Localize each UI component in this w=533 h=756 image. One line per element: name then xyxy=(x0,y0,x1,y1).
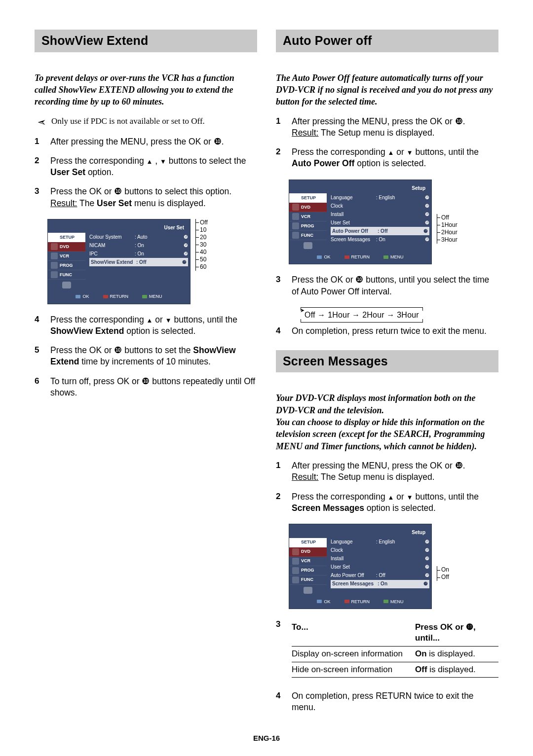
menu-item: Screen Messages: On❿ xyxy=(331,235,429,244)
right-icon: ❿ xyxy=(425,203,429,210)
return-key-icon xyxy=(344,255,349,259)
steps-right-a2: 3 Press the OK or ❿ buttons, until you s… xyxy=(276,274,498,297)
intro-screenmsg: Your DVD-VCR displays most information b… xyxy=(276,392,498,452)
right-icon: ❿ xyxy=(425,219,429,226)
right-icon: ❿ xyxy=(425,236,429,243)
step-body: After pressing the MENU, press the OK or… xyxy=(50,136,257,147)
tab-vcr: VCR xyxy=(289,212,327,221)
intro-autopower: The Auto Power Off feature automatically… xyxy=(276,72,498,108)
tab-func: FUNC xyxy=(48,270,85,280)
clock-icon xyxy=(51,262,58,269)
steps-right-b2: 3 To...Press OK or ❿, until... Display o… xyxy=(276,619,498,714)
return-key-icon xyxy=(344,600,349,603)
right-icon: ❿ xyxy=(425,211,429,218)
steps-right-a3: 4 On completion, press return twice to e… xyxy=(276,325,498,337)
right-column: Auto Power off The Auto Power Off featur… xyxy=(276,30,498,721)
tab-dvd: DVD xyxy=(289,547,327,557)
step-num: 3 xyxy=(35,186,43,209)
menu-item: Clock❿ xyxy=(331,546,429,555)
step-num: 2 xyxy=(276,491,285,514)
menu-item-selected: Auto Power Off: Off❿ xyxy=(331,227,429,235)
menu-item: Install❿ xyxy=(331,555,429,563)
menu-screen: Setup SETUP DVD VCR PROG FUNC Language: … xyxy=(289,180,432,265)
right-icon: ❿ xyxy=(184,242,188,249)
up-icon: ▲ xyxy=(147,317,153,324)
right-icon: ❿ xyxy=(184,234,188,241)
step-body: To...Press OK or ❿, until... Display on-… xyxy=(292,619,498,683)
step-num: 1 xyxy=(276,116,285,139)
hand-note-text: Only use if PDC is not available or set … xyxy=(51,116,205,127)
step-body: After pressing the MENU, press the OK or… xyxy=(292,116,498,139)
menu-tabs: SETUP DVD VCR PROG FUNC xyxy=(289,193,327,251)
nav-icon xyxy=(304,242,312,249)
nav-icon xyxy=(62,282,71,288)
right-icon: ❿ xyxy=(425,539,429,545)
option-list: Off 10 20 30 40 50 60 xyxy=(195,219,218,271)
loop-arrow-icon: ➤ xyxy=(300,307,305,314)
menu-footer: OK RETURN MENU xyxy=(289,251,431,264)
right-icon: ❿ xyxy=(184,251,188,257)
step-body: On completion, press return twice to exi… xyxy=(292,325,498,337)
ok-key-icon xyxy=(76,295,80,298)
right-icon: ❿ xyxy=(425,564,429,571)
step-num: 5 xyxy=(35,345,43,368)
down-icon: ▼ xyxy=(160,158,166,165)
menu-title: Setup xyxy=(289,180,431,194)
dvd-icon xyxy=(292,204,299,211)
clock-icon xyxy=(292,567,299,574)
menu-userset: User Set SETUP DVD VCR PROG FUNC Colour … xyxy=(47,219,257,304)
menu-item: User Set❿ xyxy=(331,563,429,572)
menu-footer: OK RETURN MENU xyxy=(289,596,431,609)
down-icon: ▼ xyxy=(165,317,172,324)
steps-left-a: 1 After pressing the MENU, press the OK … xyxy=(35,136,257,209)
menu-title: Setup xyxy=(289,524,431,538)
menu-key-icon xyxy=(383,600,388,603)
right-icon: ❿ xyxy=(425,194,429,201)
right-icon: ❿ xyxy=(423,228,428,235)
vcr-icon xyxy=(292,558,299,565)
right-icon: ❿ xyxy=(425,555,429,562)
steps-left-b: 4 Press the corresponding ▲ or ▼ buttons… xyxy=(35,314,257,399)
menu-item: NICAM: On❿ xyxy=(89,241,188,250)
ok-key-icon xyxy=(317,600,322,603)
tab-prog: PROG xyxy=(289,221,327,231)
tab-setup: SETUP xyxy=(289,193,327,203)
left-column: ShowView Extend To prevent delays or ove… xyxy=(35,30,257,721)
tab-func: FUNC xyxy=(289,231,327,240)
step-num: 6 xyxy=(35,376,43,399)
intro-showview: To prevent delays or over-runs the VCR h… xyxy=(35,72,257,108)
menu-tabs: SETUP DVD VCR PROG FUNC xyxy=(289,538,327,596)
tab-func: FUNC xyxy=(289,576,327,585)
tab-dvd: DVD xyxy=(48,242,85,252)
step-body: Press the OK or ❿ buttons to set the Sho… xyxy=(50,345,257,368)
ok-key-icon xyxy=(317,255,322,259)
gear-icon xyxy=(51,234,58,241)
menu-item: Auto Power Off: Off❿ xyxy=(331,572,429,580)
nav-icon xyxy=(304,587,312,594)
step-num: 4 xyxy=(276,690,285,714)
step-body: Press the OK or ❿ buttons, until you sel… xyxy=(292,274,498,297)
menu-items: Language: English❿ Clock❿ Install❿ User … xyxy=(327,538,431,596)
page-columns: ShowView Extend To prevent delays or ove… xyxy=(35,30,498,721)
step-num: 3 xyxy=(276,619,285,683)
step-body: After pressing the MENU, press the OK or… xyxy=(292,460,498,483)
step-body: Press the OK or ❿ buttons to select this… xyxy=(50,186,257,209)
hand-icon: ➣ xyxy=(38,117,46,128)
section-header-screenmsg: Screen Messages xyxy=(276,350,498,373)
menu-item-selected: ShowView Extend: Off❿ xyxy=(89,258,188,266)
func-icon xyxy=(51,271,58,278)
tab-vcr: VCR xyxy=(289,557,327,566)
step-num: 3 xyxy=(276,274,285,297)
flow-chain: ➤ Off → 1Hour → 2Hour → 3Hour xyxy=(301,307,498,323)
gear-icon xyxy=(292,539,299,546)
step-body: Press the corresponding ▲ or ▼ buttons, … xyxy=(50,314,257,337)
menu-item: Install❿ xyxy=(331,210,429,218)
vcr-icon xyxy=(51,252,58,259)
step-body: On completion, press RETURN twice to exi… xyxy=(292,690,498,714)
down-icon: ▼ xyxy=(407,494,413,501)
menu-item: Clock❿ xyxy=(331,202,429,210)
step-body: Press the corresponding ▲ or ▼ buttons, … xyxy=(292,146,498,170)
vcr-icon xyxy=(292,213,299,220)
option-list: Off 1Hour 2Hour 3Hour xyxy=(437,214,459,244)
dvd-icon xyxy=(51,243,58,250)
